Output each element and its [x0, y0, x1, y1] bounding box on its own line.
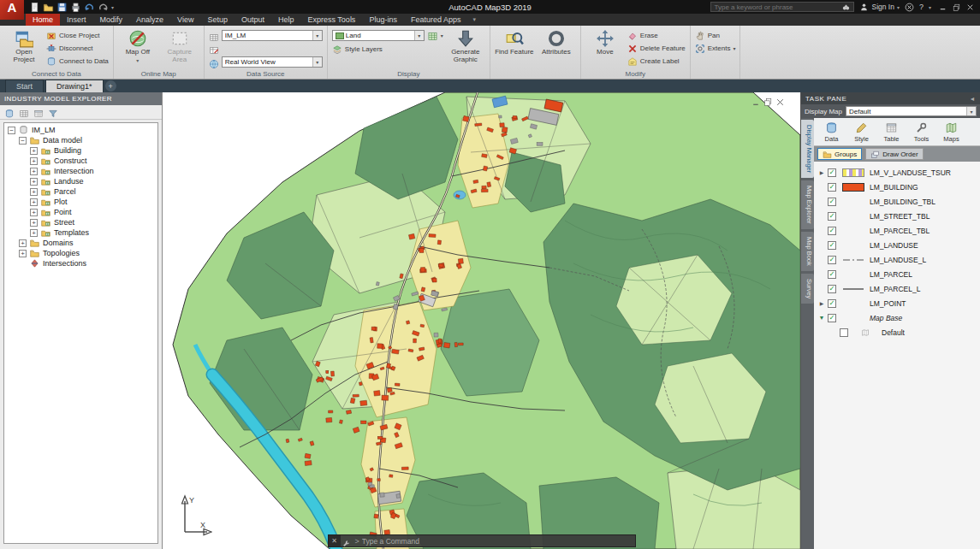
pan-button[interactable]: Pan [695, 30, 736, 41]
layer-row-lm-landuse-l[interactable]: ✓LM_LANDUSE_L [814, 252, 980, 267]
layer-style-swatch-line[interactable] [842, 285, 864, 293]
tree-item-templates[interactable]: +Templates [4, 227, 157, 238]
tools-button[interactable]: Tools [907, 121, 935, 143]
tree-item-point[interactable]: +Point [4, 207, 157, 217]
tree-expander-plus-icon[interactable]: + [30, 178, 38, 186]
data-button[interactable]: Data [817, 121, 846, 143]
find-feature-button[interactable]: Find Feature [495, 28, 534, 56]
industry-model-combo[interactable]: IM_LM ▾ [222, 30, 323, 41]
file-tab-start[interactable]: Start [5, 80, 44, 92]
undo-icon[interactable] [84, 2, 95, 13]
layer-visibility-checkbox[interactable] [840, 328, 848, 337]
world-view-combo[interactable]: Real World View ▾ [222, 56, 323, 68]
tree-expander-plus-icon[interactable]: + [19, 239, 27, 247]
side-tab-map-book[interactable]: Map Book [801, 232, 814, 271]
erase-button[interactable]: Erase [627, 30, 686, 41]
extents-button[interactable]: Extents▾ [695, 43, 736, 54]
draw-order-button[interactable]: Draw Order [865, 148, 923, 160]
layer-row-lm-building[interactable]: ✓LM_BUILDING [814, 180, 980, 194]
tree-expander-plus-icon[interactable]: + [30, 168, 38, 175]
plot-icon[interactable] [70, 2, 81, 13]
sign-in-button[interactable]: Sign In ▾ [859, 3, 899, 12]
layer-visibility-checkbox[interactable]: ✓ [828, 256, 836, 264]
panel-label-modify[interactable]: Modify [581, 70, 690, 78]
layer-visibility-checkbox[interactable]: ✓ [828, 227, 836, 235]
edit-table-icon[interactable] [209, 44, 219, 54]
connect-to-data-button[interactable]: Connect to Data [46, 56, 109, 67]
layer-style-swatch-dashdot[interactable] [842, 256, 864, 264]
ribbon-tab-help[interactable]: Help [271, 14, 301, 26]
map-viewport[interactable]: Y X ✕ > [163, 92, 800, 549]
layer-row-lm-point[interactable]: ▶✓LM_POINT [814, 296, 980, 310]
explorer-connect-icon[interactable] [4, 107, 15, 117]
table-button[interactable]: Table [877, 121, 906, 143]
ribbon-tab-modify[interactable]: Modify [93, 14, 130, 26]
side-tab-map-explorer[interactable]: Map Explorer [801, 180, 814, 229]
ribbon-tab-analyze[interactable]: Analyze [129, 14, 170, 26]
create-label-button[interactable]: Create Label [627, 56, 686, 67]
layer-row-lm-building-tbl[interactable]: ✓LM_BUILDING_TBL [814, 194, 980, 209]
tree-item-intersection[interactable]: +Intersection [4, 166, 157, 176]
layer-collapsed-arrow-icon[interactable]: ▶ [816, 169, 828, 175]
layer-style-swatch-building[interactable] [842, 183, 864, 192]
tree-item-street[interactable]: +Street [4, 217, 157, 227]
viewport-restore-icon[interactable] [763, 95, 773, 104]
minimize-button[interactable] [936, 2, 949, 13]
search-icon[interactable] [841, 3, 851, 12]
layer-row-lm-v-landuse-tsur[interactable]: ▶✓LM_V_LANDUSE_TSUR [814, 165, 980, 180]
tree-expander-plus-icon[interactable]: + [30, 219, 38, 227]
file-tab-drawing1[interactable]: Drawing1* [45, 80, 104, 92]
tree-item-building[interactable]: +Building [4, 145, 157, 156]
move-button[interactable]: Move [585, 28, 625, 56]
layer-visibility-checkbox[interactable]: ✓ [828, 285, 836, 293]
tree-item-topologies[interactable]: +Topologies [4, 248, 157, 258]
save-icon[interactable] [56, 2, 68, 13]
ribbon-tab-home[interactable]: Home [26, 14, 60, 26]
style-layers-button[interactable]: Style Layers [332, 44, 443, 55]
tree-item-domains[interactable]: +Domains [4, 238, 157, 248]
attributes-button[interactable]: Attributes [537, 28, 576, 56]
layer-visibility-checkbox[interactable]: ✓ [828, 314, 836, 322]
layer-style-swatch-mapsheet[interactable] [854, 328, 876, 337]
help-dropdown-icon[interactable]: ▾ [929, 4, 931, 10]
explorer-table2-icon[interactable] [33, 107, 44, 117]
open-file-icon[interactable] [43, 2, 54, 13]
generate-graphic-button[interactable]: Generate Graphic [446, 28, 485, 64]
command-line[interactable]: ✕ > [328, 534, 636, 547]
display-layer-combo[interactable]: Land ▾ [332, 30, 425, 41]
open-project-button[interactable]: Open Project [4, 28, 44, 64]
layer-expanded-arrow-icon[interactable]: ▼ [816, 315, 828, 321]
world-view-icon[interactable] [209, 57, 219, 68]
ribbon-tab-overflow-icon[interactable]: ▾ [472, 16, 476, 26]
tree-expander-minus-icon[interactable]: − [19, 137, 27, 145]
new-drawing-tab-button[interactable]: + [105, 80, 116, 92]
maps-button[interactable]: Maps [937, 121, 965, 143]
ribbon-tab-output[interactable]: Output [235, 14, 271, 26]
style-grid-icon[interactable] [427, 30, 438, 41]
layer-row-default[interactable]: Default [814, 325, 980, 339]
tree-expander-plus-icon[interactable]: + [19, 250, 27, 257]
capture-area-button[interactable]: Capture Area [160, 28, 199, 64]
redo-icon[interactable] [98, 2, 109, 13]
new-file-icon[interactable] [29, 2, 40, 13]
layer-row-lm-parcel-tbl[interactable]: ✓LM_PARCEL_TBL [814, 223, 980, 238]
style-button[interactable]: Style [847, 121, 876, 143]
layer-visibility-checkbox[interactable]: ✓ [828, 270, 836, 279]
task-pane-collapse-icon[interactable]: ◄ [970, 96, 976, 102]
ribbon-tab-plug-ins[interactable]: Plug-ins [362, 14, 404, 26]
layer-row-lm-street-tbl[interactable]: ✓LM_STREET_TBL [814, 209, 980, 223]
tree-expander-plus-icon[interactable]: + [30, 188, 38, 196]
ribbon-tab-featured-apps[interactable]: Featured Apps [404, 14, 468, 26]
tree-expander-plus-icon[interactable]: + [30, 229, 38, 237]
tree-expander-plus-icon[interactable]: + [30, 147, 38, 155]
viewport-minimize-icon[interactable] [751, 95, 761, 104]
layer-row-lm-parcel[interactable]: ✓LM_PARCEL [814, 267, 980, 281]
layer-style-swatch-stripes[interactable] [842, 168, 864, 177]
restore-button[interactable] [950, 2, 963, 13]
command-close-icon[interactable]: ✕ [329, 535, 341, 546]
command-customize-icon[interactable] [341, 535, 353, 546]
close-button[interactable] [964, 2, 977, 13]
panel-label-data-source[interactable]: Data Source [205, 70, 327, 78]
panel-label-online-map[interactable]: Online Map [114, 70, 204, 78]
ribbon-tab-setup[interactable]: Setup [200, 14, 235, 26]
